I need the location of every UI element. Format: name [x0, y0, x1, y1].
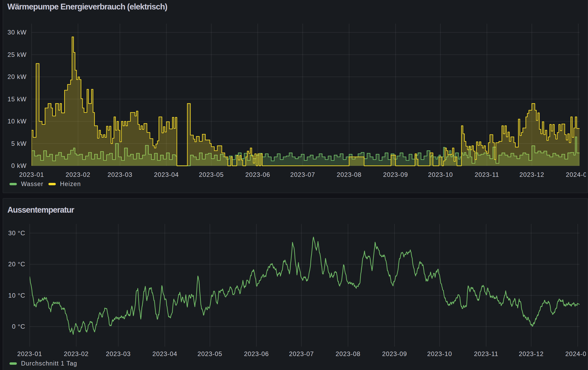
svg-text:2023-05: 2023-05	[197, 350, 222, 357]
svg-text:2023-03: 2023-03	[106, 350, 131, 357]
svg-text:2023-09: 2023-09	[383, 171, 408, 178]
svg-text:0 kW: 0 kW	[11, 162, 27, 169]
svg-text:20 °C: 20 °C	[8, 261, 25, 268]
svg-text:2023-10: 2023-10	[427, 350, 452, 357]
svg-text:2023-02: 2023-02	[64, 350, 88, 357]
svg-text:0 °C: 0 °C	[12, 323, 25, 330]
svg-text:2023-06: 2023-06	[245, 171, 270, 178]
svg-text:15 kW: 15 kW	[7, 96, 27, 103]
svg-text:2023-07: 2023-07	[290, 171, 315, 178]
svg-text:2023-11: 2023-11	[474, 350, 499, 357]
svg-text:2024-01: 2024-01	[565, 350, 588, 357]
svg-text:2023-12: 2023-12	[519, 171, 544, 178]
svg-text:10 °C: 10 °C	[8, 292, 25, 299]
svg-text:2024-01: 2024-01	[566, 171, 588, 178]
svg-text:2023-04: 2023-04	[152, 350, 177, 357]
svg-text:2023-03: 2023-03	[108, 171, 132, 178]
svg-text:2023-01: 2023-01	[17, 350, 42, 357]
svg-text:10 kW: 10 kW	[7, 118, 27, 125]
svg-text:2023-05: 2023-05	[199, 171, 224, 178]
svg-text:20 kW: 20 kW	[7, 73, 27, 80]
svg-text:2023-06: 2023-06	[244, 350, 269, 357]
svg-text:2023-04: 2023-04	[154, 171, 179, 178]
svg-text:2023-11: 2023-11	[475, 171, 499, 178]
svg-text:2023-08: 2023-08	[336, 350, 360, 357]
svg-text:2023-09: 2023-09	[382, 350, 407, 357]
svg-text:2023-08: 2023-08	[337, 171, 361, 178]
svg-text:5 kW: 5 kW	[11, 140, 27, 147]
svg-text:2023-10: 2023-10	[428, 171, 453, 178]
svg-text:2023-12: 2023-12	[519, 350, 544, 357]
svg-text:30 kW: 30 kW	[7, 29, 27, 36]
svg-text:2023-01: 2023-01	[19, 171, 44, 178]
svg-text:30 °C: 30 °C	[8, 229, 25, 237]
svg-text:2023-02: 2023-02	[66, 171, 90, 178]
svg-text:2023-07: 2023-07	[289, 350, 314, 357]
svg-text:25 kW: 25 kW	[7, 51, 27, 58]
